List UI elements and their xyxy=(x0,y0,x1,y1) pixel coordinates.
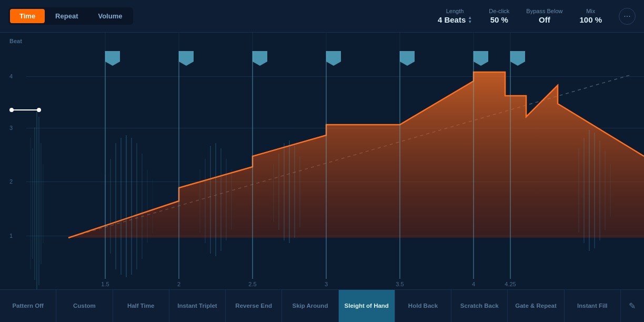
grid-line-1 xyxy=(26,236,644,236)
tab-time[interactable]: Time xyxy=(10,9,45,23)
x-1-5: 1.5 xyxy=(101,281,109,287)
header-controls: Length 4 Beats ▲▼ De-click 50 % Bypass B… xyxy=(438,8,636,25)
length-label: Length xyxy=(446,8,464,14)
svg-marker-55 xyxy=(400,51,415,66)
x-2-5: 2.5 xyxy=(248,281,256,287)
svg-marker-47 xyxy=(105,51,120,66)
svg-marker-51 xyxy=(253,51,267,66)
declick-control: De-click 50 % xyxy=(489,8,509,24)
x-4: 4 xyxy=(472,281,475,287)
handle-line[interactable] xyxy=(9,109,41,110)
more-button[interactable]: ··· xyxy=(619,8,636,25)
preset-pattern-off[interactable]: Pattern Off xyxy=(0,290,56,322)
x-4-25: 4.25 xyxy=(505,281,516,287)
envelope-svg xyxy=(0,33,644,289)
x-3-5: 3.5 xyxy=(396,281,404,287)
grid-line-2 xyxy=(26,182,644,182)
preset-bar: Pattern Off Custom Half Time Instant Tri… xyxy=(0,289,644,322)
y-axis-4: 4 xyxy=(9,73,13,79)
preset-instant-fill[interactable]: Instant Fill xyxy=(565,290,621,322)
main-visualization[interactable]: Beat 4 3 2 1 xyxy=(0,33,644,289)
beat-label: Beat xyxy=(9,38,22,44)
bypass-control: Bypass Below Off xyxy=(526,8,562,24)
y-axis-1: 1 xyxy=(9,233,13,239)
preset-skip-around[interactable]: Skip Around xyxy=(282,290,338,322)
preset-gate-repeat[interactable]: Gate & Repeat xyxy=(508,290,564,322)
svg-marker-59 xyxy=(510,51,525,66)
preset-sleight-of-hand[interactable]: Sleight of Hand xyxy=(339,290,395,322)
mix-label: Mix xyxy=(586,8,595,14)
length-arrows[interactable]: ▲▼ xyxy=(468,16,472,24)
preset-hold-back[interactable]: Hold Back xyxy=(395,290,451,322)
y-axis-2: 2 xyxy=(9,178,13,185)
tab-repeat[interactable]: Repeat xyxy=(46,9,87,23)
svg-marker-53 xyxy=(326,51,341,66)
length-value[interactable]: 4 Beats ▲▼ xyxy=(438,15,472,24)
svg-line-7 xyxy=(68,75,631,238)
header-bar: Time Repeat Volume Length 4 Beats ▲▼ De-… xyxy=(0,0,644,33)
tab-volume[interactable]: Volume xyxy=(88,9,132,23)
preset-instant-triplet[interactable]: Instant Triplet xyxy=(169,290,226,322)
length-control: Length 4 Beats ▲▼ xyxy=(438,8,472,24)
y-axis-3: 3 xyxy=(9,125,13,131)
x-3: 3 xyxy=(325,281,328,287)
svg-marker-8 xyxy=(68,72,644,238)
declick-value[interactable]: 50 % xyxy=(490,15,508,24)
mix-control: Mix 100 % xyxy=(579,8,602,24)
svg-marker-57 xyxy=(474,51,488,66)
bypass-value[interactable]: Off xyxy=(539,15,550,24)
preset-reverse-end[interactable]: Reverse End xyxy=(226,290,282,322)
preset-custom[interactable]: Custom xyxy=(56,290,113,322)
grid-line-3 xyxy=(26,128,644,128)
svg-marker-49 xyxy=(179,51,194,66)
x-2: 2 xyxy=(177,281,180,287)
preset-scratch-back[interactable]: Scratch Back xyxy=(451,290,508,322)
bypass-label: Bypass Below xyxy=(526,8,562,14)
pen-button[interactable]: ✎ xyxy=(621,290,644,322)
preset-half-time[interactable]: Half Time xyxy=(113,290,169,322)
tab-group: Time Repeat Volume xyxy=(8,7,133,25)
mix-value[interactable]: 100 % xyxy=(579,15,602,24)
grid-line-4 xyxy=(26,76,644,77)
waveform-svg xyxy=(0,33,644,289)
declick-label: De-click xyxy=(489,8,509,14)
